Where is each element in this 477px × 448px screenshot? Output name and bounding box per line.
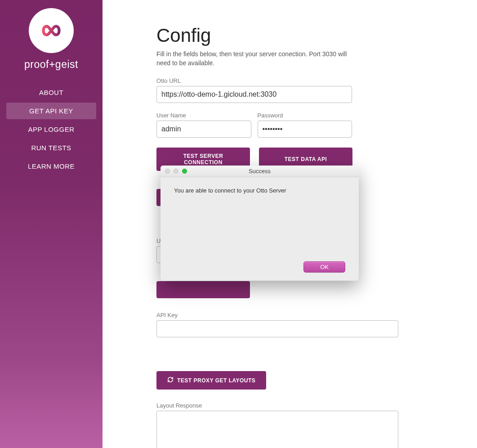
page-subtitle: Fill in the fields below, then test your… [156, 50, 354, 67]
obscured-button-2[interactable] [156, 281, 250, 298]
password-label: Password [258, 112, 352, 119]
window-minimize-icon[interactable] [174, 169, 178, 174]
page-title: Config [156, 25, 423, 46]
dialog-ok-button[interactable]: OK [303, 261, 345, 273]
sidebar-item-run-tests[interactable]: RUN TESTS [6, 139, 96, 156]
brand-name: proof+geist [24, 58, 78, 71]
otto-url-input[interactable] [156, 86, 352, 103]
test-proxy-get-layouts-button[interactable]: TEST PROXY GET LAYOUTS [156, 371, 266, 390]
success-dialog: Success You are able to connect to your … [160, 166, 359, 281]
traffic-lights [160, 169, 187, 174]
sidebar-item-app-logger[interactable]: APP LOGGER [6, 121, 96, 138]
test-proxy-label: TEST PROXY GET LAYOUTS [177, 377, 255, 384]
username-input[interactable] [156, 121, 251, 138]
refresh-icon [167, 376, 174, 384]
infinity-logo-icon [36, 22, 67, 40]
username-label: User Name [156, 112, 251, 119]
sidebar-item-about[interactable]: ABOUT [6, 84, 96, 101]
layout-response-textarea[interactable] [156, 411, 398, 448]
api-key-label: API Key [156, 312, 398, 318]
window-maximize-icon[interactable] [182, 169, 187, 174]
sidebar: proof+geist ABOUT GET API KEY APP LOGGER… [0, 0, 103, 448]
logo-circle [29, 8, 74, 53]
dialog-body: You are able to connect to your Otto Ser… [160, 177, 359, 281]
nav-list: ABOUT GET API KEY APP LOGGER RUN TESTS L… [0, 84, 103, 176]
dialog-message: You are able to connect to your Otto Ser… [174, 187, 345, 194]
dialog-title: Success [160, 168, 359, 175]
sidebar-item-learn-more[interactable]: LEARN MORE [6, 158, 96, 175]
window-close-icon[interactable] [165, 169, 170, 174]
dialog-footer: OK [174, 261, 345, 273]
sidebar-item-get-api-key[interactable]: GET API KEY [6, 103, 96, 119]
otto-url-label: Otto URL [156, 77, 423, 84]
dialog-titlebar: Success [160, 166, 359, 177]
api-key-input[interactable] [156, 320, 398, 337]
layout-response-label: Layout Response [156, 402, 398, 409]
password-input[interactable] [258, 121, 352, 138]
